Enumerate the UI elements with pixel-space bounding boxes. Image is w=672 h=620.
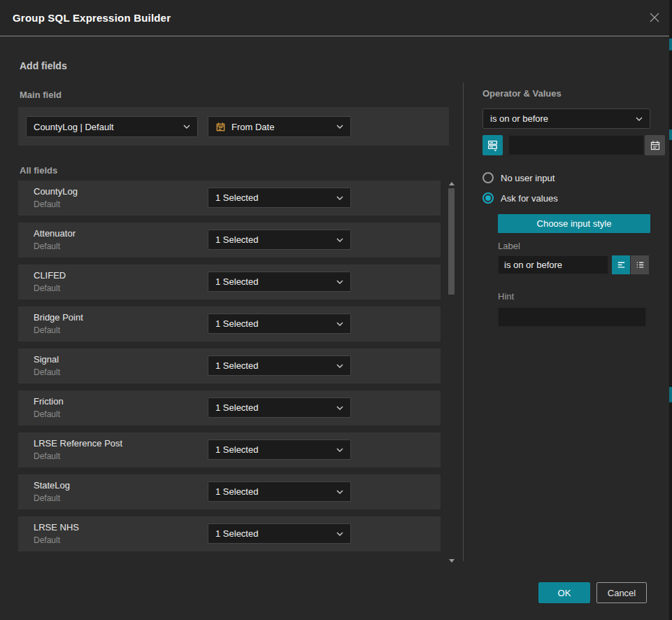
label-input[interactable]	[498, 255, 608, 274]
chevron-down-icon	[336, 448, 343, 452]
label-row	[498, 255, 650, 274]
field-row: CountyLog Default 1 Selected	[18, 181, 441, 216]
field-selected-dropdown[interactable]: 1 Selected	[208, 230, 351, 250]
field-row: Friction Default 1 Selected	[18, 390, 441, 425]
field-selected-value: 1 Selected	[215, 360, 331, 371]
user-input-radio-group: No user input Ask for values	[482, 172, 650, 204]
field-name: Friction	[34, 396, 64, 407]
chevron-down-icon	[336, 196, 343, 200]
all-fields-heading: All fields	[20, 165, 57, 176]
group-sql-expression-builder-dialog: Group SQL Expression Builder Add fields …	[0, 0, 672, 620]
chevron-down-icon	[336, 490, 343, 494]
dialog-header: Group SQL Expression Builder	[0, 0, 672, 36]
field-selected-value: 1 Selected	[215, 234, 331, 245]
field-selected-dropdown[interactable]: 1 Selected	[208, 313, 351, 334]
field-subtitle: Default	[34, 241, 60, 251]
main-field-heading: Main field	[20, 90, 62, 100]
chevron-down-icon	[183, 125, 190, 129]
field-subtitle: Default	[34, 409, 60, 419]
scroll-up-icon[interactable]	[449, 182, 455, 185]
list-style-icon[interactable]	[631, 255, 649, 274]
value-date-input[interactable]	[508, 135, 644, 155]
add-fields-heading: Add fields	[20, 60, 67, 71]
field-selected-value: 1 Selected	[215, 192, 331, 203]
radio-checked-icon[interactable]	[482, 192, 494, 204]
field-row: Attenuator Default 1 Selected	[18, 223, 441, 258]
field-selected-value: 1 Selected	[215, 528, 331, 539]
radio-ask-for-values-label: Ask for values	[501, 193, 558, 204]
field-selected-value: 1 Selected	[215, 486, 331, 497]
field-selected-dropdown[interactable]: 1 Selected	[208, 523, 351, 544]
all-fields-list: CountyLog Default 1 Selected Attenuator …	[18, 181, 441, 558]
operator-values-heading: Operator & Values	[482, 88, 650, 99]
calendar-picker-button[interactable]	[645, 135, 665, 155]
field-subtitle: Default	[34, 325, 60, 335]
field-selected-dropdown[interactable]: 1 Selected	[208, 481, 351, 502]
label-caption: Label	[498, 241, 650, 251]
edge-accent-mark	[669, 38, 672, 50]
field-subtitle: Default	[34, 283, 60, 293]
field-name: Signal	[34, 354, 59, 365]
scrollbar-thumb[interactable]	[448, 188, 455, 295]
field-selected-value: 1 Selected	[215, 276, 331, 287]
field-selected-dropdown[interactable]: 1 Selected	[208, 272, 351, 292]
chevron-down-icon	[336, 125, 343, 129]
cancel-button[interactable]: Cancel	[596, 582, 647, 603]
field-selected-value: 1 Selected	[215, 402, 331, 413]
field-subtitle: Default	[34, 451, 60, 461]
field-row: LRSE NHS Default 1 Selected	[18, 516, 441, 551]
field-name: CLIFED	[34, 270, 66, 281]
chevron-down-icon	[636, 117, 643, 121]
chevron-down-icon	[336, 280, 343, 284]
list-scrollbar[interactable]	[447, 181, 457, 564]
field-row: Signal Default 1 Selected	[18, 348, 441, 383]
hint-caption: Hint	[498, 291, 650, 302]
close-icon[interactable]	[647, 10, 662, 25]
background-app-edge	[669, 0, 672, 620]
field-selected-dropdown[interactable]: 1 Selected	[208, 397, 351, 418]
operator-dropdown[interactable]: is on or before	[482, 108, 650, 129]
main-field-source-dropdown[interactable]: CountyLog | Default	[26, 116, 198, 137]
field-name: LRSE Reference Post	[34, 438, 122, 449]
field-name: LRSE NHS	[34, 522, 79, 533]
field-name: CountyLog	[34, 186, 78, 197]
value-input-row	[482, 135, 650, 155]
radio-ask-for-values[interactable]: Ask for values	[482, 192, 650, 204]
field-row: LRSE Reference Post Default 1 Selected	[18, 432, 441, 467]
ok-button[interactable]: OK	[538, 582, 590, 603]
field-row: CLIFED Default 1 Selected	[18, 265, 441, 300]
radio-icon[interactable]	[482, 172, 494, 183]
field-selected-value: 1 Selected	[215, 444, 331, 455]
field-name: Bridge Point	[34, 312, 83, 323]
scroll-down-icon[interactable]	[449, 559, 455, 563]
main-field-field-value: From Date	[231, 122, 331, 132]
chevron-down-icon	[336, 406, 343, 410]
radio-no-user-input[interactable]: No user input	[482, 172, 650, 183]
input-mode-button[interactable]	[482, 135, 503, 155]
field-name: Attenuator	[34, 228, 76, 239]
hint-input[interactable]	[498, 307, 646, 327]
chevron-down-icon	[336, 238, 343, 242]
operator-values-panel: Operator & Values is on or before	[482, 84, 650, 327]
edge-accent-mark	[669, 129, 672, 140]
date-field-icon	[215, 122, 226, 132]
field-subtitle: Default	[34, 535, 60, 545]
field-selected-value: 1 Selected	[215, 318, 331, 329]
field-subtitle: Default	[34, 367, 60, 377]
choose-input-style-button[interactable]: Choose input style	[498, 214, 650, 233]
edge-accent-mark	[669, 387, 672, 402]
panel-divider	[463, 83, 464, 561]
main-field-source-value: CountyLog | Default	[34, 122, 178, 132]
field-selected-dropdown[interactable]: 1 Selected	[208, 439, 351, 460]
field-selected-dropdown[interactable]: 1 Selected	[208, 188, 351, 208]
single-line-style-icon[interactable]	[612, 255, 630, 274]
main-field-field-dropdown[interactable]: From Date	[208, 116, 351, 137]
chevron-down-icon	[336, 364, 343, 368]
field-row: StateLog Default 1 Selected	[18, 474, 441, 509]
field-selected-dropdown[interactable]: 1 Selected	[208, 355, 351, 376]
chevron-down-icon	[336, 322, 343, 326]
radio-no-user-input-label: No user input	[501, 173, 555, 183]
chevron-down-icon	[336, 532, 343, 536]
field-row: Bridge Point Default 1 Selected	[18, 307, 441, 341]
operator-value: is on or before	[490, 113, 630, 124]
